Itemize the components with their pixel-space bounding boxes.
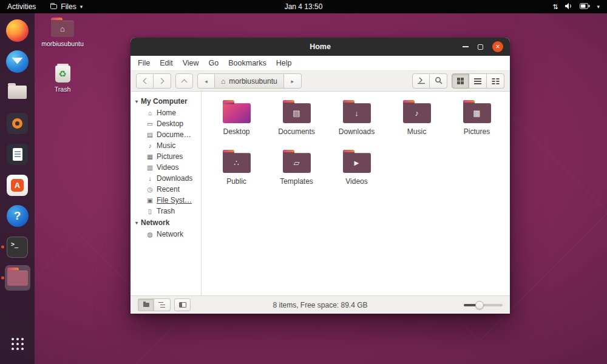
disk-icon: ▣ [146,197,154,204]
forward-button[interactable] [154,73,171,89]
dock-item-firefox[interactable] [5,18,30,43]
download-icon: ↓ [146,175,154,182]
folder-documents[interactable]: ▤ Documents [266,99,327,149]
system-status-area[interactable]: ⇅ ▾ [552,0,607,13]
file-manager-icon [7,271,28,286]
menu-help[interactable]: Help [271,57,297,69]
folder-pictures[interactable]: ▦ Pictures [447,99,507,149]
menu-bookmarks[interactable]: Bookmarks [223,57,271,69]
sidebar-item-home[interactable]: ⌂ Home [131,107,201,118]
file-manager-window: Home × File Edit View Go Bookmarks Help … [131,38,510,314]
sidebar-item-documents[interactable]: ▤ Docume… [131,129,201,140]
sidebar-item-desktop[interactable]: ▭ Desktop [131,118,201,129]
dock-item-file-manager[interactable] [5,265,30,291]
desktop-icon-home[interactable]: ⌂ morbiusubuntu [38,21,87,47]
show-applications-button[interactable] [5,331,30,357]
sidebar-item-videos[interactable]: ▥ Videos [131,162,201,173]
triangle-down-icon: ▾ [135,220,138,226]
sidebar-section-network[interactable]: ▾ Network [131,217,201,229]
menu-file[interactable]: File [133,57,155,69]
desktop-icon-trash[interactable]: ♻ Trash [38,66,87,93]
breadcrumb-scroll-left-button[interactable]: ◂ [197,73,215,89]
dock-item-ubuntu-software[interactable]: A [5,172,30,198]
music-emblem-icon: ♪ [403,103,431,123]
sidebar-item-music[interactable]: ♪ Music [131,140,201,151]
toggle-sidebar-button[interactable] [174,298,191,311]
dock-item-thunderbird[interactable] [5,49,30,74]
terminal-icon: >_ [7,237,28,258]
icon-view-button[interactable] [452,73,469,89]
picture-emblem-icon: ▦ [463,103,491,123]
zoom-slider-thumb[interactable] [475,301,484,309]
folder-icon: ▦ [463,103,491,123]
folder-music[interactable]: ♪ Music [387,99,447,149]
menu-go[interactable]: Go [204,57,224,69]
desktop-icon: ▭ [146,121,154,127]
clock[interactable]: Jan 4 13:50 [279,0,329,13]
sidebar-item-trash[interactable]: ▯ Trash [131,206,201,217]
document-icon: ▤ [146,132,154,138]
libreoffice-writer-icon [7,144,28,165]
menu-view[interactable]: View [178,57,204,69]
icon-view[interactable]: Desktop ▤ Documents ↓ Downloads ♪ Music [202,92,510,295]
up-button[interactable] [175,73,193,89]
sidebar-mode-buttons [138,298,171,311]
minimize-button[interactable] [463,46,469,47]
folder-icon: ► [343,153,371,173]
folder-public[interactable]: ∴ Public [206,149,266,198]
dock-item-libreoffice-writer[interactable] [5,141,30,167]
sidebar-item-recent[interactable]: ◷ Recent [131,184,201,195]
folder-desktop[interactable]: Desktop [206,99,266,149]
sidebar-item-pictures[interactable]: ▦ Pictures [131,151,201,162]
app-grid-icon [12,338,24,350]
zoom-slider[interactable] [464,304,503,306]
folder-templates[interactable]: ▱ Templates [266,149,327,198]
tree-view-icon [158,302,163,303]
globe-icon: ◍ [146,231,154,238]
view-toggle-buttons [452,73,504,89]
app-menu-button[interactable]: Files ▾ [43,0,90,13]
folder-icon: ♪ [403,103,431,123]
video-icon: ▥ [146,164,154,171]
chevron-left-icon [143,78,149,84]
activities-button[interactable]: Activities [0,0,43,13]
status-text: 8 items, Free space: 89.4 GB [273,301,367,309]
triangle-left-icon: ◂ [205,78,208,84]
search-button[interactable] [430,73,447,89]
compact-view-button[interactable] [487,73,504,89]
breadcrumb: ◂ ⌂ morbiusubuntu ▸ [197,73,302,89]
dock-item-rhythmbox[interactable] [5,110,30,136]
video-emblem-icon: ► [343,153,371,173]
search-icon [435,76,443,87]
maximize-button[interactable] [478,44,483,50]
app-menu-label: Files [61,2,76,11]
template-emblem-icon: ▱ [283,153,311,173]
dock: A ? >_ [0,13,35,364]
chevron-down-icon: ▾ [80,4,83,10]
places-mode-button[interactable] [138,298,154,311]
sidebar-item-downloads[interactable]: ↓ Downloads [131,173,201,184]
dock-item-files[interactable] [5,79,30,105]
breadcrumb-home-button[interactable]: ⌂ morbiusubuntu [215,73,284,89]
close-button[interactable]: × [492,41,503,52]
breadcrumb-scroll-right-button[interactable]: ▸ [284,73,302,89]
folder-videos[interactable]: ► Videos [327,149,387,198]
breadcrumb-label: morbiusubuntu [229,77,277,86]
folder-downloads[interactable]: ↓ Downloads [327,99,387,149]
sidebar-section-my-computer[interactable]: ▾ My Computer [131,95,201,107]
window-titlebar[interactable]: Home × [131,38,510,56]
toggle-location-bar-button[interactable] [412,73,430,89]
sidebar-item-network[interactable]: ◍ Network [131,229,201,240]
menu-edit[interactable]: Edit [155,57,178,69]
tree-mode-button[interactable] [154,298,171,311]
list-view-button[interactable] [469,73,487,89]
folder-icon: ∴ [223,153,251,173]
chevron-up-icon [181,79,188,86]
back-button[interactable] [136,73,154,89]
rhythmbox-icon [7,113,28,134]
dock-item-terminal[interactable]: >_ [5,234,30,260]
folder-icon: ↓ [343,103,371,123]
sidebar-item-file-system[interactable]: ▣ File Syst… [131,195,201,206]
dock-item-help[interactable]: ? [5,203,30,229]
section-header-label: Network [141,218,169,227]
